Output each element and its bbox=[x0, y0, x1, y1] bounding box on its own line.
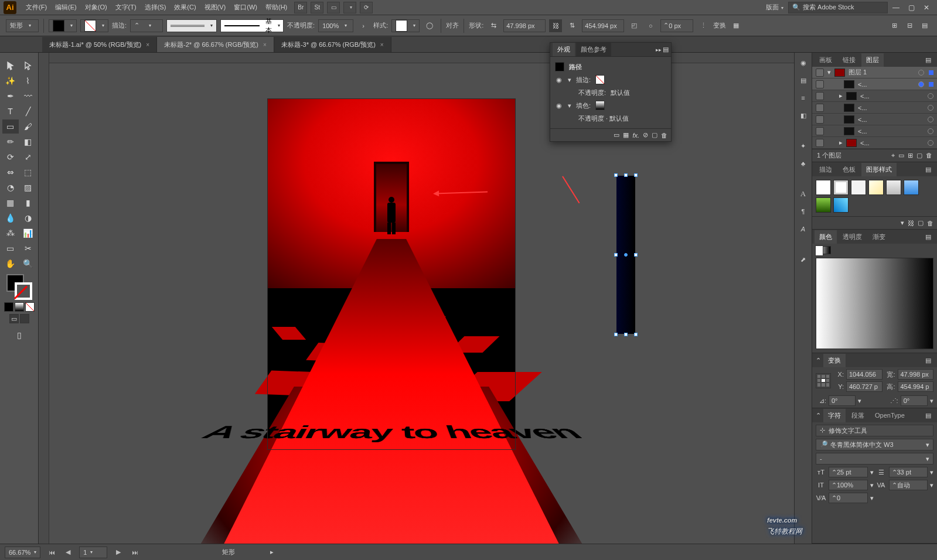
fill-color-swatch[interactable] bbox=[595, 101, 605, 110]
direct-selection-tool[interactable] bbox=[20, 59, 36, 73]
workspace-switcher[interactable]: 版面 bbox=[762, 1, 787, 13]
color-mode-icon[interactable] bbox=[4, 302, 13, 312]
opacity-expand-icon[interactable]: › bbox=[357, 19, 370, 32]
close-icon[interactable]: × bbox=[146, 42, 149, 48]
panel-menu-icon[interactable]: ▤ bbox=[922, 230, 935, 243]
sublayer-row[interactable]: ▸<... bbox=[812, 90, 937, 102]
tab-opentype[interactable]: OpenType bbox=[870, 409, 909, 421]
w-field[interactable]: 47.998 px bbox=[898, 369, 934, 380]
style-swatch[interactable] bbox=[833, 197, 849, 213]
menu-help[interactable]: 帮助(H) bbox=[262, 1, 291, 13]
collapse-icon[interactable]: ▸▸ bbox=[656, 47, 662, 53]
corner-menu-icon[interactable]: ⋮ bbox=[697, 19, 710, 32]
screen-mode-normal[interactable]: ▭ bbox=[9, 314, 19, 323]
panel-menu-icon[interactable]: ▤ bbox=[922, 163, 935, 176]
menu-window[interactable]: 窗口(W) bbox=[230, 1, 261, 13]
doc-tab-2[interactable]: 未标题-2* @ 66.67% (RGB/预览)× bbox=[157, 37, 274, 52]
stroke-color[interactable] bbox=[15, 282, 32, 300]
align-panel-icon[interactable]: ⊞ bbox=[888, 19, 901, 32]
panel-menu-icon[interactable]: ▤ bbox=[663, 46, 669, 53]
styles-menu-icon[interactable]: ▾ bbox=[901, 219, 904, 227]
status-expand-icon[interactable]: ▸ bbox=[270, 548, 274, 556]
stroke-width-profile[interactable]: ▾ bbox=[166, 19, 217, 32]
scale-tool[interactable]: ⤢ bbox=[20, 150, 36, 164]
properties-icon[interactable]: ◉ bbox=[797, 56, 810, 69]
menu-edit[interactable]: 编辑(E) bbox=[52, 1, 80, 13]
canvas[interactable]: A stairway to heaven bbox=[39, 53, 794, 544]
brush-combo[interactable]: 基本▾ bbox=[220, 19, 284, 32]
eyedropper-tool[interactable]: 💧 bbox=[2, 211, 19, 225]
horizontal-ruler[interactable] bbox=[39, 53, 794, 63]
h-field[interactable]: 454.994 p bbox=[898, 381, 934, 392]
transform-dock-icon[interactable]: ⬈ bbox=[797, 253, 810, 266]
menu-type[interactable]: 文字(T) bbox=[112, 1, 140, 13]
sublayer-row[interactable]: <... bbox=[812, 114, 937, 125]
visibility-icon[interactable]: ◉ bbox=[555, 102, 563, 110]
mesh-tool[interactable]: ▦ bbox=[2, 196, 19, 210]
tab-graphic-styles[interactable]: 图形样式 bbox=[861, 163, 897, 176]
lasso-tool[interactable]: ⌇ bbox=[20, 74, 36, 88]
corner-radius-field[interactable]: ⌃0 px bbox=[660, 19, 693, 32]
paragraph-dock-icon[interactable]: ¶ bbox=[797, 205, 810, 218]
hand-tool[interactable]: ✋ bbox=[2, 257, 19, 271]
swatches-dock-icon[interactable]: ✦ bbox=[797, 139, 810, 152]
tab-gradient-panel[interactable]: 渐变 bbox=[868, 230, 890, 244]
tab-links[interactable]: 链接 bbox=[838, 53, 860, 67]
style-combo[interactable]: ▾ bbox=[391, 19, 420, 32]
stock-button[interactable]: St bbox=[311, 2, 323, 13]
break-link-icon[interactable]: ⛓ bbox=[908, 220, 914, 227]
add-effect-icon[interactable]: fx. bbox=[632, 132, 639, 139]
curvature-tool[interactable]: 〰 bbox=[20, 89, 36, 103]
sublayer-row[interactable]: <... bbox=[812, 78, 937, 90]
graph-tool[interactable]: 📊 bbox=[20, 226, 36, 240]
libraries-icon[interactable]: ▤ bbox=[797, 74, 810, 87]
restore-button[interactable]: ▢ bbox=[904, 2, 918, 13]
panel-menu-icon[interactable]: ▤ bbox=[922, 409, 935, 422]
color-dock-icon[interactable]: ♣ bbox=[797, 157, 810, 170]
gpu-icon[interactable]: ⟳ bbox=[360, 2, 373, 13]
transform-button[interactable]: 变换 bbox=[713, 21, 726, 30]
style-swatch[interactable] bbox=[886, 180, 901, 195]
search-stock-input[interactable]: 🔍搜索 Adobe Stock bbox=[788, 2, 888, 13]
line-tool[interactable]: ╱ bbox=[20, 104, 36, 118]
link-wh-icon[interactable]: ⛓ bbox=[549, 19, 562, 32]
kerning-field[interactable]: ⌃0 bbox=[829, 493, 868, 503]
touchup-type-button[interactable]: ⊹修饰文字工具 bbox=[816, 425, 933, 436]
menu-effect[interactable]: 效果(C) bbox=[171, 1, 199, 13]
arrange-dropdown[interactable] bbox=[343, 2, 356, 13]
perspective-tool[interactable]: ▨ bbox=[20, 180, 36, 194]
corner-tl-icon[interactable]: ◰ bbox=[628, 19, 640, 32]
style-swatch[interactable] bbox=[816, 180, 831, 195]
stroke-swatch[interactable]: ▾ bbox=[80, 19, 108, 32]
clear-icon[interactable]: ⊘ bbox=[643, 131, 648, 139]
doc-tab-3[interactable]: 未标题-3* @ 66.67% (RGB/预览)× bbox=[274, 37, 391, 52]
delete-style-icon[interactable]: 🗑 bbox=[927, 220, 933, 227]
artboard-number-field[interactable]: 1▾ bbox=[79, 547, 107, 558]
menu-object[interactable]: 对象(O) bbox=[81, 1, 111, 13]
symbols-icon[interactable]: ◧ bbox=[797, 109, 810, 122]
stroke-weight-combo[interactable]: ⌃▾ bbox=[130, 19, 163, 32]
tab-character[interactable]: 字符 bbox=[823, 409, 846, 422]
fill-swatch[interactable]: ▾ bbox=[49, 19, 77, 32]
add-fill-icon[interactable]: ▦ bbox=[623, 131, 629, 139]
visibility-icon[interactable] bbox=[816, 69, 824, 77]
leading-field[interactable]: ⌃33 pt bbox=[889, 467, 928, 477]
artboard-tool[interactable]: ▭ bbox=[2, 241, 19, 255]
color-fill-stroke-toggle[interactable] bbox=[816, 246, 831, 254]
style-swatch[interactable] bbox=[851, 180, 866, 195]
menu-select[interactable]: 选择(S) bbox=[141, 1, 170, 13]
layer-row[interactable]: ▾ 图层 1 bbox=[812, 67, 937, 78]
zoom-combo[interactable]: 66.67%▾ bbox=[5, 547, 40, 558]
new-layer-icon[interactable]: ▢ bbox=[916, 152, 922, 159]
locate-layer-icon[interactable]: ⌖ bbox=[891, 152, 895, 159]
opacity-row-value[interactable]: 默认值 bbox=[611, 88, 630, 97]
tab-artboards[interactable]: 画板 bbox=[815, 53, 837, 67]
opacity-combo[interactable]: 100%▾ bbox=[318, 19, 353, 32]
shape-combo[interactable]: 矩形▾ bbox=[6, 19, 39, 32]
close-icon[interactable]: × bbox=[263, 42, 267, 48]
slice-tool[interactable]: ✂ bbox=[20, 241, 36, 255]
menu-file[interactable]: 文件(F) bbox=[22, 1, 50, 13]
visibility-icon[interactable]: ◉ bbox=[555, 76, 563, 84]
tracking-field[interactable]: ⌃自动 bbox=[889, 480, 928, 490]
rotate-field[interactable]: 0° bbox=[829, 395, 856, 406]
